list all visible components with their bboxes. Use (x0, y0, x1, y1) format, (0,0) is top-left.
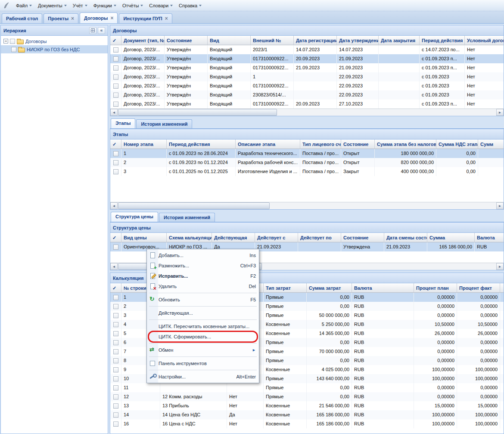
context-menu-item[interactable]: Обмен► (148, 345, 258, 355)
grid-row[interactable]: Договор, 2023/...УтверждёнВходящий230823… (110, 90, 504, 99)
column-header[interactable]: Действующая (212, 233, 255, 242)
menubar-item[interactable]: Документы (35, 1, 70, 10)
context-menu-item[interactable]: Добавить...Ins (148, 250, 258, 260)
h-scrollbar[interactable]: ◄ ► (110, 108, 504, 116)
column-header[interactable]: Дата закрытия (379, 36, 420, 45)
row-checkbox[interactable] (113, 376, 118, 381)
tab[interactable]: Структура цены (111, 212, 158, 222)
column-header[interactable]: Состояние (165, 36, 208, 45)
tab[interactable]: История изменений (136, 119, 192, 128)
tab-проекты[interactable]: Проекты× (44, 13, 78, 23)
grid-row[interactable]: 11Прямые0,00RUB0,000000,00000 (110, 383, 504, 392)
column-header[interactable]: Действует по (298, 233, 341, 242)
column-header[interactable]: ✓ (110, 36, 121, 45)
tab[interactable]: Этапы (111, 118, 135, 128)
column-header[interactable]: Действует с (255, 233, 298, 242)
tab-инструкции-пуп[interactable]: Инструкции ПУП× (119, 13, 172, 23)
menubar-item[interactable]: Словари (146, 1, 176, 10)
menubar-item[interactable]: Справка (176, 1, 205, 10)
row-checkbox[interactable] (113, 331, 118, 336)
row-checkbox[interactable] (11, 47, 16, 52)
row-checkbox[interactable] (113, 394, 118, 400)
column-header[interactable]: Валюта (352, 283, 414, 293)
row-checkbox[interactable] (113, 84, 118, 89)
column-header[interactable]: Вид (208, 36, 251, 45)
column-header[interactable]: Сумма этапа без налогов (375, 140, 436, 149)
column-header[interactable]: Тип лицевого счёт (300, 140, 341, 149)
column-header[interactable]: Сумма (427, 233, 475, 242)
row-checkbox[interactable] (113, 385, 118, 391)
grid-row[interactable]: Договор, 2023/...УтверждёнВходящий2023/1… (110, 45, 504, 54)
scrollbar-track[interactable] (118, 109, 496, 116)
tree-node[interactable]: Договоры (1, 37, 108, 45)
column-header[interactable]: ✓ (110, 283, 121, 293)
column-header[interactable]: Вид цены (121, 233, 167, 242)
row-checkbox[interactable] (113, 358, 118, 363)
column-header[interactable]: Дата утверждения (337, 36, 379, 45)
context-menu-item[interactable]: ЦИТК. Сформировать... (148, 332, 258, 342)
row-checkbox[interactable] (113, 65, 118, 71)
close-icon[interactable]: × (165, 16, 168, 21)
column-header[interactable]: Сумма НДС этапа (436, 140, 478, 149)
grid-row[interactable]: 1313 ПрибыльНетКосвенные21 546 000,00RUB… (110, 401, 504, 410)
column-header[interactable]: ✓ (110, 233, 121, 242)
column-header[interactable]: Период действия (167, 140, 236, 149)
column-header[interactable]: Внешний № (251, 36, 294, 45)
grid-row[interactable]: Договор, 2023/...УтверждёнВходящий017310… (110, 99, 504, 108)
column-header[interactable]: Состояние (341, 233, 384, 242)
row-checkbox[interactable] (113, 74, 118, 80)
row-checkbox[interactable] (113, 313, 118, 318)
row-checkbox[interactable] (113, 422, 118, 427)
row-checkbox[interactable] (113, 349, 118, 354)
grid-row[interactable]: 1212 Комм. расходыНетПрямые0,00RUB0,0000… (110, 392, 504, 401)
context-menu-item[interactable]: ЦИТК. Пересчитать косвенные затраты... (148, 321, 258, 332)
row-checkbox[interactable] (113, 403, 118, 409)
scroll-right-button[interactable]: ► (496, 202, 504, 209)
row-checkbox[interactable] (113, 412, 118, 418)
menubar-item[interactable]: Учёт (70, 1, 90, 10)
context-menu-item[interactable]: Панель инструментов (148, 358, 258, 369)
column-header[interactable]: Сумм (478, 140, 504, 149)
context-menu-item[interactable]: Действующая... (148, 308, 258, 318)
grid-row[interactable]: 1с 01.09.2023 по 28.06.2024Разработка те… (110, 149, 504, 158)
menubar-item[interactable]: Отчёты (119, 1, 146, 10)
collapse-panel-button[interactable]: « (98, 27, 105, 34)
column-header[interactable]: Документ (тип, № (121, 36, 165, 45)
row-checkbox[interactable] (113, 102, 118, 107)
grid-row[interactable]: Договор, 2023/...УтверждёнВходящий017310… (110, 81, 504, 90)
scroll-left-button[interactable]: ◄ (110, 109, 118, 116)
h-scrollbar[interactable]: ◄ ► (110, 202, 504, 209)
scrollbar-track[interactable] (118, 202, 496, 209)
grid-row[interactable]: 1414 Цена без НДСДаКосвенные165 186 000,… (110, 410, 504, 419)
row-checkbox[interactable] (113, 322, 118, 327)
column-header[interactable]: Валюта (475, 233, 504, 242)
row-checkbox[interactable] (113, 151, 118, 156)
grid-row[interactable]: 1616 Цена с НДСНетКосвенные165 186 000,0… (110, 419, 504, 428)
grid-row[interactable]: 2с 01.09.2023 по 01.12.2024Разработка ра… (110, 158, 504, 167)
column-header[interactable]: Номер этапа (121, 140, 167, 149)
scrollbar-thumb[interactable] (118, 202, 270, 209)
column-header[interactable]: Процент факт (457, 283, 500, 293)
column-header[interactable]: Дата регистрации (294, 36, 337, 45)
scroll-right-button[interactable]: ► (496, 263, 504, 270)
tab[interactable]: История изменений (159, 213, 215, 222)
scroll-left-button[interactable]: ◄ (110, 202, 118, 209)
row-checkbox[interactable] (113, 304, 118, 309)
hierarchy-view-button[interactable] (89, 27, 96, 34)
column-header[interactable]: Сумма затрат (307, 283, 352, 293)
scrollbar-thumb[interactable] (118, 109, 277, 116)
row-checkbox[interactable] (113, 295, 118, 300)
grid-row[interactable]: Договор, 2023/...УтверждёнВходящий122.09… (110, 72, 504, 81)
column-header[interactable]: Схема калькуляци (167, 233, 212, 242)
context-menu-item[interactable]: Настройки...Alt+Enter (148, 372, 258, 382)
column-header[interactable]: Период действия (420, 36, 465, 45)
row-checkbox[interactable] (113, 56, 118, 62)
row-checkbox[interactable] (113, 160, 118, 165)
column-header[interactable]: Тип затрат (264, 283, 307, 293)
close-icon[interactable]: × (71, 16, 74, 21)
scroll-right-button[interactable]: ► (496, 109, 504, 116)
tab-рабочий-стол[interactable]: Рабочий стол (2, 13, 42, 23)
row-checkbox[interactable] (113, 245, 118, 250)
context-menu-item[interactable]: Размножить...Ctrl+F3 (148, 260, 258, 271)
close-icon[interactable]: × (110, 16, 113, 20)
